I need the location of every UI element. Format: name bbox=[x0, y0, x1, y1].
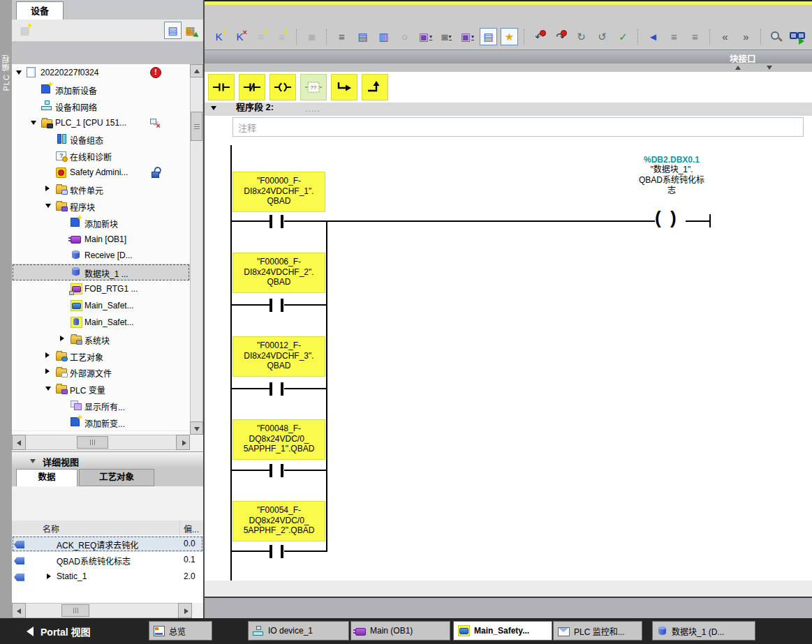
tree-scroll-up-button[interactable] bbox=[190, 64, 203, 77]
show-absolute-operands-icon[interactable]: ▣▾ bbox=[417, 28, 434, 45]
tree-item-2[interactable]: 设备和网络 bbox=[12, 98, 190, 115]
tree-expander-icon[interactable] bbox=[45, 352, 50, 358]
tree-item-0[interactable]: 20220227f0324! bbox=[12, 64, 190, 82]
detail-row-2[interactable]: Static_12.0 bbox=[12, 569, 203, 585]
tree-scroll-right-button[interactable] bbox=[176, 435, 190, 450]
detail-horizontal-scrollbar[interactable] bbox=[12, 603, 192, 618]
tree-item-1[interactable]: 添加新设备 bbox=[12, 81, 190, 98]
favorite-nc-contact-button[interactable] bbox=[239, 74, 265, 100]
detail-scroll-right-button[interactable] bbox=[178, 603, 192, 618]
show-symbolic-operands-icon[interactable]: ▣▾ bbox=[459, 28, 476, 45]
coil-symbol[interactable]: ( bbox=[655, 209, 661, 227]
column-offset[interactable]: 偏... bbox=[184, 523, 199, 534]
insert-row-icon[interactable]: ≡ bbox=[252, 28, 270, 45]
favorite-open-branch-button[interactable] bbox=[331, 74, 357, 100]
tree-item-12[interactable]: 数据块_1 ... bbox=[12, 264, 190, 281]
taskbar-item-2[interactable]: Main (OB1) bbox=[350, 621, 450, 641]
detail-row-0[interactable]: ACK_REQ请求去钝化0.0 bbox=[12, 536, 203, 552]
contact-symbol[interactable] bbox=[281, 545, 283, 558]
tree-expander-icon[interactable] bbox=[16, 70, 22, 75]
tree-item-6[interactable]: Safety Admini... bbox=[12, 164, 190, 181]
contact-symbol[interactable] bbox=[281, 299, 283, 312]
cross-references-icon[interactable]: ≡ bbox=[686, 28, 704, 45]
tree-expander-icon[interactable] bbox=[45, 368, 50, 374]
tree-expander-icon[interactable] bbox=[45, 186, 50, 191]
column-name[interactable]: 名称 bbox=[43, 523, 59, 534]
tree-horizontal-scroll-thumb[interactable] bbox=[77, 436, 108, 449]
contact-symbol[interactable] bbox=[270, 215, 272, 228]
tree-item-21[interactable]: 添加新变... bbox=[12, 414, 190, 431]
coil-symbol-close[interactable]: ) bbox=[670, 209, 677, 227]
operand-box-3[interactable]: "F00048_F- DQ8x24VDC/0_ 5APPHF_1".QBAD bbox=[232, 419, 325, 460]
contact-symbol[interactable] bbox=[270, 299, 272, 312]
taskbar-item-3[interactable]: Main_Safety... bbox=[453, 621, 552, 641]
show-favorites-icon[interactable]: ▤ bbox=[480, 28, 497, 45]
tree-item-9[interactable]: 添加新块 bbox=[12, 214, 190, 232]
network-collapse-icon[interactable] bbox=[211, 106, 216, 110]
contact-symbol[interactable] bbox=[281, 215, 283, 228]
operand-box-4[interactable]: "F00054_F- DQ8x24VDC/0_ 5APPHF_2".QBAD bbox=[232, 501, 325, 541]
tree-item-15[interactable]: Main_Safet... bbox=[12, 314, 190, 331]
details-view-toggle-icon[interactable]: ▤ bbox=[164, 22, 182, 39]
tree-item-19[interactable]: PLC 变量 bbox=[12, 380, 190, 398]
delete-network-icon[interactable]: K× bbox=[231, 28, 249, 45]
tree-item-17[interactable]: 工艺对象 bbox=[12, 347, 190, 365]
go-to-definition-icon[interactable]: ◄ bbox=[644, 28, 662, 45]
portal-view-button[interactable]: Portal 视图 bbox=[40, 624, 91, 638]
keep-actual-values-icon[interactable]: ◙ bbox=[303, 28, 320, 45]
tree-item-5[interactable]: 在线和诊断 bbox=[12, 147, 190, 165]
navigate-backward-icon[interactable]: « bbox=[716, 28, 734, 45]
tree-scroll-left-button[interactable] bbox=[12, 435, 26, 450]
row-expander-icon[interactable] bbox=[47, 574, 51, 579]
edit-favorites-icon[interactable]: ★ bbox=[501, 28, 518, 45]
insert-column-icon[interactable]: ≡ bbox=[273, 28, 290, 45]
tree-item-4[interactable]: 设备组态 bbox=[12, 130, 190, 148]
contact-symbol[interactable] bbox=[270, 382, 272, 396]
favorite-coil-button[interactable] bbox=[270, 74, 296, 100]
tree-vertical-scroll-thumb[interactable] bbox=[191, 112, 202, 141]
tab-data[interactable]: 数据 bbox=[16, 469, 77, 486]
tree-item-7[interactable]: 软件单元 bbox=[12, 181, 190, 198]
show-operand-comments-icon[interactable]: ◙▾ bbox=[438, 28, 455, 45]
operand-box-1[interactable]: "F00006_F- DI8x24VDCHF_2". QBAD bbox=[232, 253, 325, 293]
block-interface-bar[interactable]: 块接口 bbox=[205, 50, 812, 64]
tab-devices[interactable]: 设备 bbox=[16, 1, 64, 20]
favorite-no-contact-button[interactable] bbox=[208, 74, 235, 100]
monitoring-glasses-icon[interactable] bbox=[788, 28, 806, 45]
splitter-down-icon[interactable] bbox=[767, 66, 772, 70]
tree-expander-icon[interactable] bbox=[45, 204, 51, 208]
tree-scroll-down-button[interactable] bbox=[190, 421, 203, 435]
close-all-networks-icon[interactable]: ▥ bbox=[375, 28, 392, 45]
insert-network-icon[interactable]: K bbox=[210, 28, 228, 45]
go-to-next-error-icon[interactable]: ↷ bbox=[552, 28, 569, 45]
tree-item-16[interactable]: 系统块 bbox=[12, 331, 190, 348]
module-labeling-export-icon[interactable]: ▦ bbox=[182, 22, 199, 39]
splitter-up-icon[interactable] bbox=[735, 66, 741, 70]
detail-row-1[interactable]: QBAD系统钝化标志0.1 bbox=[12, 552, 203, 568]
update-block-calls-icon[interactable]: ↻ bbox=[573, 28, 590, 45]
contact-symbol[interactable] bbox=[270, 464, 272, 477]
detail-scroll-left-button[interactable] bbox=[12, 603, 26, 618]
find-replace-icon[interactable] bbox=[767, 28, 785, 45]
taskbar-item-1[interactable]: IO device_1 bbox=[248, 621, 349, 641]
tree-expander-icon[interactable] bbox=[45, 387, 51, 391]
contact-symbol[interactable] bbox=[270, 545, 272, 558]
operand-box-2[interactable]: "F00012_F- DI8x24VDCHF_3". QBAD bbox=[232, 336, 325, 377]
navigate-forward-icon[interactable]: » bbox=[737, 28, 755, 45]
open-all-networks-icon[interactable]: ▤ bbox=[354, 28, 371, 45]
contact-symbol[interactable] bbox=[281, 382, 283, 396]
taskbar-item-0[interactable]: 总览 bbox=[149, 621, 212, 641]
contact-symbol[interactable] bbox=[281, 464, 283, 477]
taskbar-item-5[interactable]: 数据块_1 (D... bbox=[652, 621, 755, 641]
tree-expander-icon[interactable] bbox=[60, 336, 64, 341]
tree-item-18[interactable]: 外部源文件 bbox=[12, 364, 190, 381]
consistency-check-icon[interactable]: ✓ bbox=[614, 28, 632, 45]
show-comments-icon[interactable]: ○ bbox=[396, 28, 413, 45]
favorite-close-branch-button[interactable] bbox=[362, 74, 388, 100]
tree-item-3[interactable]: PLC_1 [CPU 151... bbox=[12, 114, 190, 132]
tree-item-14[interactable]: Main_Safet... bbox=[12, 297, 190, 315]
detail-view-header[interactable]: 详细视图 bbox=[12, 451, 203, 470]
tab-technology-objects[interactable]: 工艺对象 bbox=[79, 469, 154, 486]
filter-icon[interactable]: ▦ bbox=[16, 22, 34, 39]
coil-operand-label[interactable]: %DB2.DBX0.1 "数据块_1". QBAD系统钝化标 志 bbox=[603, 155, 741, 196]
